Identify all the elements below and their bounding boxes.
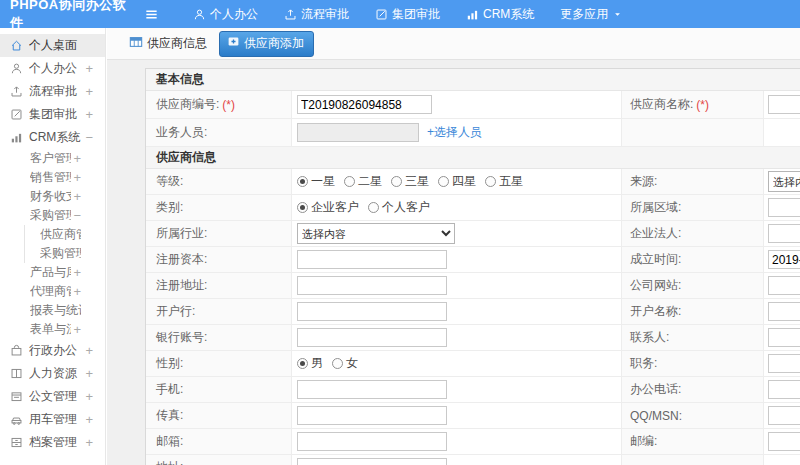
- select-input[interactable]: 选择内容: [297, 223, 455, 244]
- sidebar-item-0[interactable]: 个人桌面: [0, 34, 105, 57]
- expand-toggle-icon[interactable]: +: [71, 322, 81, 337]
- radio-button[interactable]: [332, 358, 343, 369]
- text-input[interactable]: [768, 432, 800, 451]
- expand-toggle-icon[interactable]: −: [71, 208, 81, 223]
- edit-icon: [375, 8, 388, 21]
- field-label: 地址:: [156, 459, 183, 465]
- radio-button[interactable]: [391, 176, 402, 187]
- sidebar-item-label: 采购管理: [30, 207, 71, 224]
- radio-button[interactable]: [297, 202, 308, 213]
- text-input[interactable]: [768, 328, 800, 347]
- text-input[interactable]: [297, 95, 432, 114]
- field-label: 业务人员:: [156, 124, 207, 141]
- radio-label: 三星: [405, 173, 429, 190]
- text-input[interactable]: [768, 302, 800, 321]
- radio-button[interactable]: [438, 176, 449, 187]
- expand-toggle-icon[interactable]: +: [83, 61, 93, 76]
- field-label: 供应商名称:: [630, 96, 693, 113]
- text-input[interactable]: [297, 380, 447, 399]
- hamburger-icon[interactable]: [138, 7, 164, 22]
- sidebar-item-16[interactable]: 人力资源+: [0, 362, 105, 385]
- sidebar-item-10[interactable]: 采购管理: [0, 244, 105, 263]
- text-input[interactable]: [768, 354, 800, 373]
- radio-button[interactable]: [344, 176, 355, 187]
- nav-item-0[interactable]: 个人办公: [180, 0, 271, 28]
- sidebar-item-5[interactable]: 客户管理+: [0, 149, 105, 168]
- select-input[interactable]: 选择内容: [768, 171, 800, 192]
- sidebar-item-4[interactable]: CRM系统−: [0, 126, 105, 149]
- sidebar-item-9[interactable]: 供应商管理: [0, 225, 105, 244]
- sidebar-item-6[interactable]: 销售管理+: [0, 168, 105, 187]
- text-input[interactable]: [768, 250, 800, 269]
- expand-toggle-icon[interactable]: +: [71, 284, 81, 299]
- field-label-cell: 类别:: [146, 195, 292, 220]
- expand-toggle-icon[interactable]: +: [83, 389, 93, 404]
- text-input[interactable]: [297, 250, 447, 269]
- tab-supplier-info[interactable]: 供应商信息: [129, 35, 207, 52]
- text-input[interactable]: [768, 276, 800, 295]
- home-icon: [10, 39, 23, 52]
- expand-toggle-icon[interactable]: +: [83, 366, 93, 381]
- sidebar-item-7[interactable]: 财务收支+: [0, 187, 105, 206]
- sidebar-item-11[interactable]: 产品与库存+: [0, 263, 105, 282]
- field-label-cell: 邮箱:: [146, 429, 292, 454]
- sidebar-item-12[interactable]: 代理商管理+: [0, 282, 105, 301]
- required-marker: (*): [222, 98, 235, 112]
- text-input[interactable]: [768, 95, 800, 114]
- field-label: 联系人:: [630, 329, 669, 346]
- nav-item-1[interactable]: 流程审批: [271, 0, 362, 28]
- expand-toggle-icon[interactable]: +: [83, 412, 93, 427]
- radio-button[interactable]: [485, 176, 496, 187]
- expand-toggle-icon[interactable]: +: [71, 151, 81, 166]
- text-input[interactable]: [768, 224, 800, 243]
- text-input[interactable]: [297, 302, 447, 321]
- sidebar-item-18[interactable]: 用车管理+: [0, 408, 105, 431]
- text-input[interactable]: [297, 406, 447, 425]
- text-input[interactable]: [297, 328, 447, 347]
- radio-label: 四星: [452, 173, 476, 190]
- nav-item-3[interactable]: CRM系统: [453, 0, 547, 28]
- field-label-cell: 办公电话:: [622, 377, 764, 402]
- text-input[interactable]: [768, 406, 800, 425]
- sidebar-item-label: 采购管理: [40, 245, 81, 262]
- text-input[interactable]: [297, 432, 447, 451]
- tab-supplier-add[interactable]: 供应商添加: [219, 31, 314, 57]
- sidebar-item-2[interactable]: 流程审批+: [0, 80, 105, 103]
- expand-toggle-icon[interactable]: +: [71, 265, 81, 280]
- expand-toggle-icon[interactable]: −: [83, 130, 93, 145]
- sidebar-item-14[interactable]: 表单与流程设置+: [0, 320, 105, 339]
- sidebar-item-15[interactable]: 行政办公+: [0, 339, 105, 362]
- sidebar-item-19[interactable]: 档案管理+: [0, 431, 105, 454]
- form-row: 注册地址:公司网站:: [146, 273, 800, 299]
- form-row: 业务人员:+选择人员: [146, 119, 800, 147]
- person-input[interactable]: [297, 123, 419, 142]
- expand-toggle-icon[interactable]: +: [83, 107, 93, 122]
- field-label: 来源:: [630, 173, 657, 190]
- text-input[interactable]: [297, 458, 447, 465]
- nav-item-4[interactable]: 更多应用: [547, 0, 636, 28]
- nav-item-2[interactable]: 集团审批: [362, 0, 453, 28]
- sidebar-item-8[interactable]: 采购管理−: [0, 206, 105, 225]
- text-input[interactable]: [768, 198, 800, 217]
- expand-toggle-icon[interactable]: +: [83, 343, 93, 358]
- field-label: 成立时间:: [630, 251, 681, 268]
- sidebar-item-17[interactable]: 公文管理+: [0, 385, 105, 408]
- chart-icon: [10, 131, 23, 144]
- radio-button[interactable]: [297, 176, 308, 187]
- sidebar-item-1[interactable]: 个人办公+: [0, 57, 105, 80]
- expand-toggle-icon[interactable]: +: [83, 84, 93, 99]
- text-input[interactable]: [768, 380, 800, 399]
- expand-toggle-icon[interactable]: +: [71, 170, 81, 185]
- field-label: QQ/MSN:: [630, 409, 682, 423]
- expand-toggle-icon[interactable]: +: [83, 435, 93, 450]
- app-logo: PHPOA协同办公软件: [0, 0, 138, 32]
- text-input[interactable]: [297, 276, 447, 295]
- expand-toggle-icon[interactable]: +: [71, 189, 81, 204]
- radio-button[interactable]: [368, 202, 379, 213]
- sidebar-item-label: 供应商管理: [40, 226, 81, 243]
- field-label: 开户行:: [156, 303, 195, 320]
- radio-button[interactable]: [297, 358, 308, 369]
- sidebar-item-3[interactable]: 集团审批+: [0, 103, 105, 126]
- sidebar-item-13[interactable]: 报表与统计: [0, 301, 105, 320]
- choose-person-link[interactable]: +选择人员: [427, 124, 482, 141]
